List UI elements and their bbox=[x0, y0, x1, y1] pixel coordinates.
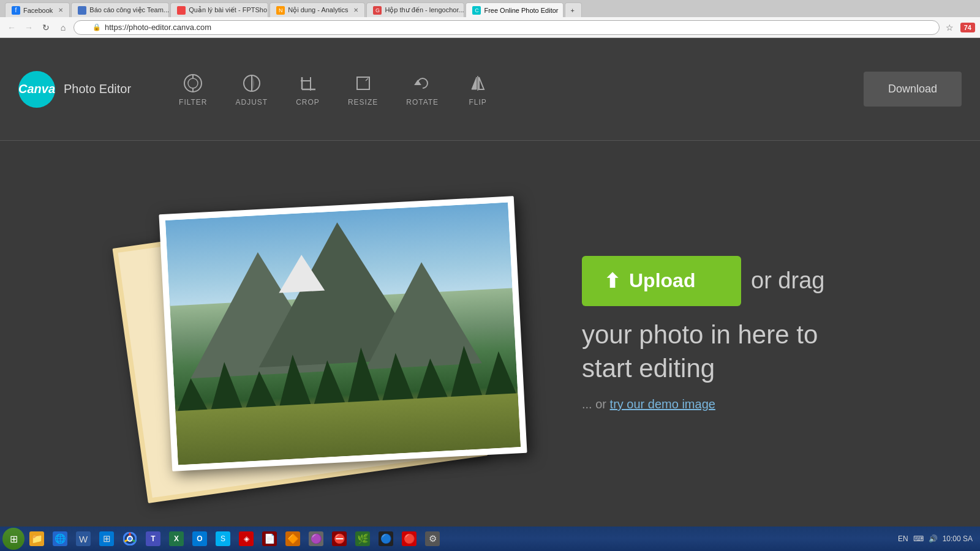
reload-button[interactable]: ↻ bbox=[39, 21, 53, 34]
taskbar-right: EN ⌨ 🔊 10:00 SA bbox=[898, 534, 978, 543]
upload-text-row: ⬆ Upload or drag bbox=[582, 256, 864, 306]
svg-point-1 bbox=[188, 78, 198, 88]
misc8-icon: 🔴 bbox=[402, 531, 417, 546]
address-bar[interactable]: 🔒 https://photo-editor.canva.com bbox=[74, 20, 940, 35]
tab-gmail[interactable]: G Hộp thư đến - lengochor... ✕ bbox=[366, 2, 464, 17]
taskbar-misc1[interactable]: ◈ bbox=[235, 529, 257, 549]
volume-icon: 🔊 bbox=[929, 534, 938, 543]
canva-logo[interactable]: Canva bbox=[18, 71, 55, 108]
flip-icon bbox=[467, 72, 489, 94]
address-bar-row: ← → ↻ ⌂ 🔒 https://photo-editor.canva.com… bbox=[0, 17, 980, 38]
svg-line-13 bbox=[366, 78, 368, 81]
upload-button[interactable]: ⬆ Upload bbox=[582, 256, 741, 306]
canva-logo-area: Canva Photo Editor bbox=[18, 71, 131, 108]
svg-line-23 bbox=[125, 540, 128, 542]
tool-adjust[interactable]: ADJUST bbox=[225, 65, 279, 114]
rotate-icon bbox=[412, 72, 434, 94]
windows-icon: ⊞ bbox=[99, 531, 114, 546]
tab-new[interactable]: + bbox=[565, 2, 582, 17]
taskbar-browser-ie[interactable]: 🌐 bbox=[49, 529, 71, 549]
svg-marker-16 bbox=[479, 77, 484, 89]
download-button[interactable]: Download bbox=[864, 72, 962, 107]
misc5-icon: ⛔ bbox=[332, 531, 347, 546]
tool-filter[interactable]: FILTER bbox=[168, 65, 218, 114]
skype-icon: S bbox=[216, 531, 230, 546]
excel-icon: X bbox=[169, 531, 184, 546]
tab-facebook[interactable]: f Facebook ✕ bbox=[5, 2, 70, 17]
taskbar-outlook[interactable]: O bbox=[189, 529, 211, 549]
system-clock: 10:00 SA bbox=[943, 534, 973, 543]
demo-link-row: ... or try our demo image bbox=[582, 397, 864, 411]
forward-button[interactable]: → bbox=[22, 21, 36, 34]
photo-front-container bbox=[159, 196, 527, 471]
taskbar-file-explorer[interactable]: 📁 bbox=[26, 529, 48, 549]
tab-close-facebook[interactable]: ✕ bbox=[58, 7, 63, 13]
taskbar-teams[interactable]: T bbox=[142, 529, 164, 549]
start-button[interactable]: ⊞ bbox=[2, 528, 24, 550]
resize-icon bbox=[352, 72, 374, 94]
main-content: ⬆ Upload or drag your photo in here to s… bbox=[0, 141, 980, 527]
main-cta-text: your photo in here to start editing bbox=[582, 318, 864, 385]
or-drag-text: or drag bbox=[751, 268, 824, 294]
ie-icon: 🌐 bbox=[53, 531, 67, 546]
photo-front bbox=[165, 203, 521, 465]
tool-crop[interactable]: CROP bbox=[285, 65, 331, 114]
keyboard-icon: ⌨ bbox=[913, 534, 924, 543]
tool-rotate[interactable]: ROTATE bbox=[395, 65, 450, 114]
tab-close-noi-dung[interactable]: ✕ bbox=[353, 7, 358, 13]
toolbar: FILTER ADJUST CROP bbox=[168, 65, 864, 114]
taskbar-misc4[interactable]: 🟣 bbox=[305, 529, 327, 549]
misc6-icon: 🌿 bbox=[355, 531, 370, 546]
taskbar-misc5[interactable]: ⛔ bbox=[328, 529, 350, 549]
tab-noi-dung[interactable]: N Nội dung - Analytics ✕ bbox=[270, 2, 365, 17]
mountain-snow bbox=[277, 254, 325, 293]
upload-icon: ⬆ bbox=[604, 269, 620, 293]
notification-badge: 74 bbox=[960, 23, 975, 32]
app-name: Photo Editor bbox=[64, 82, 131, 96]
svg-marker-15 bbox=[472, 77, 477, 89]
misc7-icon: 🔵 bbox=[379, 531, 393, 546]
tab-canva[interactable]: C Free Online Photo Editor ✕ bbox=[466, 2, 564, 17]
photo-stack bbox=[116, 187, 533, 481]
back-button[interactable]: ← bbox=[5, 21, 18, 34]
taskbar-word[interactable]: W bbox=[72, 529, 94, 549]
tool-flip[interactable]: FLIP bbox=[456, 65, 500, 114]
misc1-icon: ◈ bbox=[239, 531, 254, 546]
tab-bao-cao[interactable]: Báo cáo công việc Team... ✕ bbox=[71, 2, 169, 17]
filter-icon bbox=[182, 72, 204, 94]
taskbar-misc8[interactable]: 🔴 bbox=[398, 529, 420, 549]
tab-quan-ly[interactable]: Quản lý bài viết - FPTSho... ✕ bbox=[170, 2, 268, 17]
ssl-lock-icon: 🔒 bbox=[92, 23, 101, 31]
crop-icon bbox=[297, 72, 319, 94]
tab-bar: f Facebook ✕ Báo cáo công việc Team... ✕… bbox=[0, 0, 980, 17]
taskbar-chrome[interactable] bbox=[119, 529, 141, 549]
teams-icon: T bbox=[146, 531, 160, 546]
demo-image-link[interactable]: try our demo image bbox=[610, 397, 715, 411]
taskbar-excel[interactable]: X bbox=[165, 529, 187, 549]
misc2-icon: 📄 bbox=[262, 531, 277, 546]
canva-header: Canva Photo Editor FILTER ADJUST bbox=[0, 38, 980, 141]
taskbar-misc7[interactable]: 🔵 bbox=[375, 529, 397, 549]
right-panel: ⬆ Upload or drag your photo in here to s… bbox=[582, 256, 864, 411]
chrome-icon bbox=[123, 531, 137, 546]
misc3-icon: 🔶 bbox=[285, 531, 300, 546]
taskbar-misc3[interactable]: 🔶 bbox=[282, 529, 304, 549]
svg-marker-14 bbox=[415, 81, 420, 84]
misc9-icon: ⚙ bbox=[425, 531, 440, 546]
svg-line-22 bbox=[132, 540, 135, 542]
taskbar-windows[interactable]: ⊞ bbox=[96, 529, 118, 549]
taskbar-skype[interactable]: S bbox=[212, 529, 234, 549]
language-indicator: EN bbox=[898, 534, 908, 543]
file-explorer-icon: 📁 bbox=[29, 531, 44, 546]
word-icon: W bbox=[76, 531, 91, 546]
adjust-icon bbox=[241, 72, 263, 94]
taskbar-misc6[interactable]: 🌿 bbox=[352, 529, 374, 549]
taskbar-misc2[interactable]: 📄 bbox=[258, 529, 281, 549]
tool-resize[interactable]: RESIZE bbox=[337, 65, 389, 114]
svg-point-20 bbox=[128, 537, 132, 541]
outlook-icon: O bbox=[192, 531, 207, 546]
home-button[interactable]: ⌂ bbox=[56, 21, 70, 34]
bookmark-button[interactable]: ☆ bbox=[943, 21, 957, 34]
misc4-icon: 🟣 bbox=[309, 531, 323, 546]
taskbar-misc9[interactable]: ⚙ bbox=[421, 529, 443, 549]
